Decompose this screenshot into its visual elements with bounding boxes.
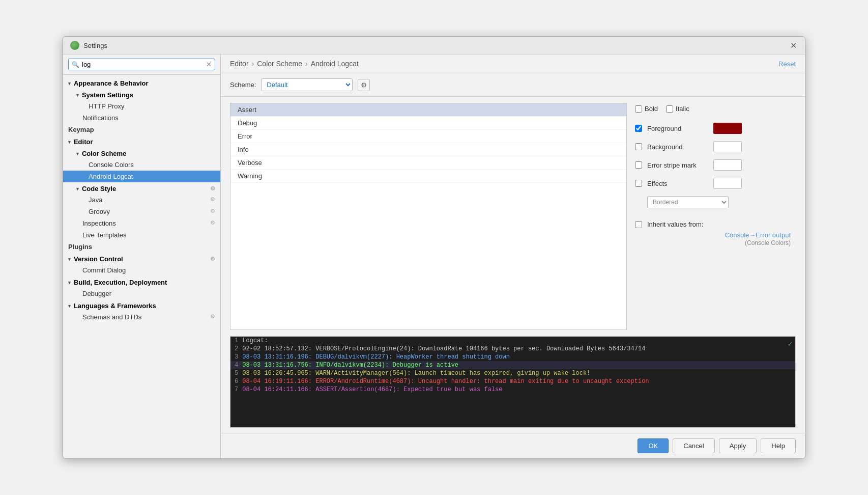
footer: OK Cancel Apply Help <box>221 433 805 458</box>
sidebar-item-commit-dialog[interactable]: Commit Dialog <box>63 264 220 276</box>
sidebar-item-http-proxy[interactable]: HTTP Proxy <box>63 100 220 112</box>
sidebar-item-build[interactable]: ▼ Build, Execution, Deployment <box>63 276 220 288</box>
line-content: 08-03 13:31:16.196: DEBUG/dalvikvm(2227)… <box>242 353 510 361</box>
scheme-label: Scheme: <box>230 81 256 89</box>
bold-text: Bold <box>645 105 658 113</box>
log-item-debug[interactable]: Debug <box>230 117 626 130</box>
sidebar-item-languages[interactable]: ▼ Languages & Frameworks <box>63 299 220 311</box>
sidebar-item-label: System Settings <box>82 91 133 99</box>
sidebar-item-editor[interactable]: ▼ Editor <box>63 135 220 147</box>
sidebar-item-label: Debugger <box>82 290 111 297</box>
sidebar-item-schemas-dtds[interactable]: Schemas and DTDs ⚙ <box>63 311 220 323</box>
ok-button[interactable]: OK <box>638 438 669 453</box>
log-item-label: Warning <box>238 172 262 180</box>
effects-color-swatch[interactable] <box>713 178 742 189</box>
search-icon: 🔍 <box>72 61 79 68</box>
background-color-swatch[interactable] <box>713 141 742 152</box>
line-content: 08-04 16:24:11.166: ASSERT/Assertion(468… <box>242 386 502 393</box>
expand-icon: ▼ <box>67 304 72 309</box>
log-items-panel: Assert Debug Error Info Verbose <box>230 103 627 330</box>
sidebar-item-appearance[interactable]: ▼ Appearance & Behavior <box>63 77 220 89</box>
sidebar-item-live-templates[interactable]: Live Templates <box>63 229 220 241</box>
sidebar-item-code-style[interactable]: ▼ Code Style ⚙ <box>63 182 220 194</box>
sidebar-item-java[interactable]: Java ⚙ <box>63 194 220 206</box>
title-bar-left: Settings <box>70 41 107 50</box>
sidebar-item-label: Groovy <box>89 208 110 215</box>
foreground-row: Foreground <box>635 123 796 134</box>
sidebar-item-console-colors[interactable]: Console Colors <box>63 159 220 171</box>
settings-icon: ⚙ <box>210 256 215 262</box>
effects-row: Effects <box>635 178 796 189</box>
line-number: 6 <box>230 378 242 385</box>
cancel-button[interactable]: Cancel <box>673 438 714 453</box>
effects-type-select[interactable]: Bordered <box>647 196 729 208</box>
editor-area: Assert Debug Error Info Verbose <box>221 97 805 336</box>
line-content: 08-04 16:19:11.166: ERROR/AndroidRuntime… <box>242 378 649 385</box>
sidebar-item-label: Java <box>89 196 102 204</box>
app-icon <box>70 41 79 50</box>
sidebar-item-label: HTTP Proxy <box>89 102 125 110</box>
log-item-info[interactable]: Info <box>230 143 626 156</box>
expand-icon: ▼ <box>67 81 72 86</box>
log-item-warning[interactable]: Warning <box>230 170 626 183</box>
scheme-row: Scheme: Default Darcula High Contrast ⚙ <box>221 73 805 97</box>
preview-line-7: 7 08-04 16:24:11.166: ASSERT/Assertion(4… <box>230 386 795 394</box>
scheme-select[interactable]: Default Darcula High Contrast <box>261 78 353 91</box>
line-content: 02-02 18:52:57.132: VERBOSE/ProtocolEngi… <box>242 345 645 352</box>
italic-text: Italic <box>676 105 689 113</box>
log-item-assert[interactable]: Assert <box>230 103 626 117</box>
sidebar-item-label: Code Style <box>82 185 116 193</box>
sidebar-item-inspections[interactable]: Inspections ⚙ <box>63 217 220 229</box>
effects-type-row: Bordered <box>635 196 796 208</box>
log-item-label: Debug <box>238 119 257 127</box>
inherit-link[interactable]: Console→Error output <box>725 231 791 239</box>
log-item-error[interactable]: Error <box>230 130 626 143</box>
settings-icon: ⚙ <box>210 208 215 214</box>
sidebar-item-version-control[interactable]: ▼ Version Control ⚙ <box>63 253 220 264</box>
background-label: Background <box>647 143 708 151</box>
search-clear-icon[interactable]: ✕ <box>206 61 212 68</box>
expand-icon: ▼ <box>75 93 80 98</box>
tick-icon: ✓ <box>788 340 792 348</box>
apply-button[interactable]: Apply <box>719 438 757 453</box>
sidebar-item-notifications[interactable]: Notifications <box>63 112 220 124</box>
sidebar-item-android-logcat[interactable]: Android Logcat <box>63 171 220 182</box>
effects-label: Effects <box>647 180 708 187</box>
error-stripe-checkbox[interactable] <box>635 161 642 169</box>
background-checkbox[interactable] <box>635 143 642 150</box>
log-item-label: Assert <box>238 106 256 114</box>
breadcrumb-editor: Editor <box>230 60 249 68</box>
preview-line-4: 4 08-03 13:31:16.756: INFO/dalvikvm(2234… <box>230 361 795 369</box>
preview-line-2: 2 02-02 18:52:57.132: VERBOSE/ProtocolEn… <box>230 345 795 353</box>
preview-line-1: 1 Logcat: <box>230 337 795 345</box>
sidebar-item-plugins[interactable]: Plugins <box>63 241 220 253</box>
scheme-gear-button[interactable]: ⚙ <box>358 79 370 91</box>
sidebar-item-label: Commit Dialog <box>82 266 126 274</box>
error-stripe-color-swatch[interactable] <box>713 159 742 171</box>
line-content: 08-03 16:26:45.965: WARN/ActivityManager… <box>242 370 590 377</box>
reset-button[interactable]: Reset <box>778 60 796 68</box>
bold-checkbox[interactable] <box>635 105 642 113</box>
close-button[interactable]: ✕ <box>789 41 798 50</box>
sidebar-item-label: Android Logcat <box>89 173 133 180</box>
help-button[interactable]: Help <box>761 438 796 453</box>
sidebar-item-groovy[interactable]: Groovy ⚙ <box>63 206 220 217</box>
sidebar-item-system-settings[interactable]: ▼ System Settings <box>63 89 220 100</box>
breadcrumb-sep-2: › <box>305 60 308 68</box>
foreground-color-swatch[interactable] <box>713 123 742 134</box>
log-item-verbose[interactable]: Verbose <box>230 156 626 170</box>
main-content: Editor › Color Scheme › Android Logcat R… <box>221 54 805 458</box>
sidebar-item-debugger[interactable]: Debugger <box>63 288 220 299</box>
sidebar-item-label: Color Scheme <box>82 150 126 157</box>
sidebar-item-label: Inspections <box>82 219 116 227</box>
foreground-checkbox[interactable] <box>635 125 642 132</box>
effects-checkbox[interactable] <box>635 180 642 187</box>
sidebar-item-color-scheme[interactable]: ▼ Color Scheme <box>63 147 220 159</box>
background-row: Background <box>635 141 796 152</box>
search-input[interactable] <box>82 61 204 68</box>
italic-checkbox[interactable] <box>666 105 673 113</box>
sidebar-item-label: Keymap <box>68 126 94 133</box>
expand-icon: ▼ <box>67 257 72 262</box>
sidebar-item-keymap[interactable]: Keymap <box>63 124 220 135</box>
inherit-checkbox[interactable] <box>635 221 642 228</box>
